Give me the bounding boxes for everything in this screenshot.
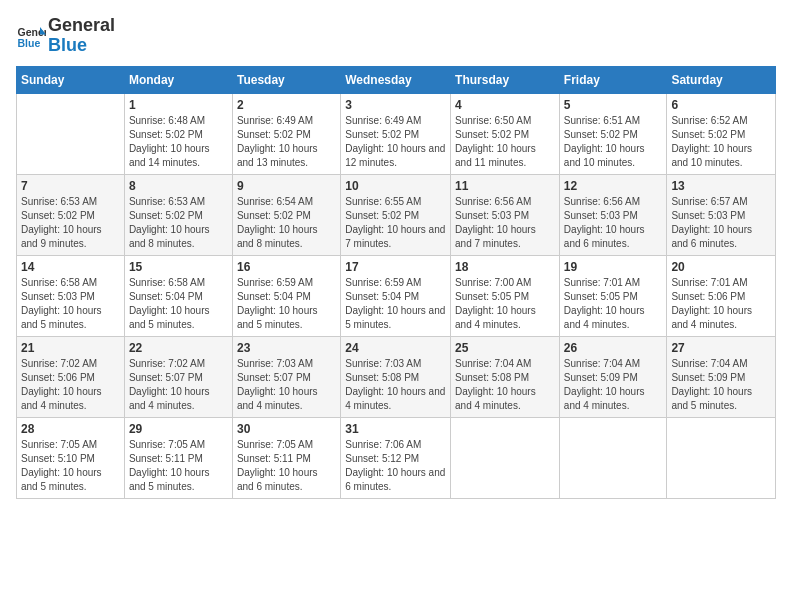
day-number: 30 xyxy=(237,422,336,436)
calendar-cell xyxy=(17,93,125,174)
cell-info: Sunrise: 7:04 AMSunset: 5:08 PMDaylight:… xyxy=(455,357,555,413)
calendar-cell xyxy=(451,417,560,498)
cell-info: Sunrise: 7:06 AMSunset: 5:12 PMDaylight:… xyxy=(345,438,446,494)
calendar-cell: 9Sunrise: 6:54 AMSunset: 5:02 PMDaylight… xyxy=(232,174,340,255)
col-friday: Friday xyxy=(559,66,667,93)
calendar-cell: 5Sunrise: 6:51 AMSunset: 5:02 PMDaylight… xyxy=(559,93,667,174)
calendar-table: Sunday Monday Tuesday Wednesday Thursday… xyxy=(16,66,776,499)
cell-info: Sunrise: 6:52 AMSunset: 5:02 PMDaylight:… xyxy=(671,114,771,170)
calendar-cell: 3Sunrise: 6:49 AMSunset: 5:02 PMDaylight… xyxy=(341,93,451,174)
calendar-cell: 20Sunrise: 7:01 AMSunset: 5:06 PMDayligh… xyxy=(667,255,776,336)
calendar-cell: 24Sunrise: 7:03 AMSunset: 5:08 PMDayligh… xyxy=(341,336,451,417)
day-number: 10 xyxy=(345,179,446,193)
calendar-cell: 21Sunrise: 7:02 AMSunset: 5:06 PMDayligh… xyxy=(17,336,125,417)
cell-info: Sunrise: 6:57 AMSunset: 5:03 PMDaylight:… xyxy=(671,195,771,251)
cell-info: Sunrise: 6:50 AMSunset: 5:02 PMDaylight:… xyxy=(455,114,555,170)
cell-info: Sunrise: 6:54 AMSunset: 5:02 PMDaylight:… xyxy=(237,195,336,251)
calendar-cell: 30Sunrise: 7:05 AMSunset: 5:11 PMDayligh… xyxy=(232,417,340,498)
day-number: 7 xyxy=(21,179,120,193)
day-number: 18 xyxy=(455,260,555,274)
calendar-week-2: 7Sunrise: 6:53 AMSunset: 5:02 PMDaylight… xyxy=(17,174,776,255)
day-number: 8 xyxy=(129,179,228,193)
cell-info: Sunrise: 7:05 AMSunset: 5:10 PMDaylight:… xyxy=(21,438,120,494)
cell-info: Sunrise: 7:02 AMSunset: 5:06 PMDaylight:… xyxy=(21,357,120,413)
day-number: 16 xyxy=(237,260,336,274)
day-number: 24 xyxy=(345,341,446,355)
day-number: 29 xyxy=(129,422,228,436)
cell-info: Sunrise: 7:04 AMSunset: 5:09 PMDaylight:… xyxy=(671,357,771,413)
calendar-cell: 23Sunrise: 7:03 AMSunset: 5:07 PMDayligh… xyxy=(232,336,340,417)
cell-info: Sunrise: 6:53 AMSunset: 5:02 PMDaylight:… xyxy=(21,195,120,251)
cell-info: Sunrise: 7:03 AMSunset: 5:08 PMDaylight:… xyxy=(345,357,446,413)
day-number: 27 xyxy=(671,341,771,355)
day-number: 2 xyxy=(237,98,336,112)
calendar-cell: 19Sunrise: 7:01 AMSunset: 5:05 PMDayligh… xyxy=(559,255,667,336)
calendar-cell: 28Sunrise: 7:05 AMSunset: 5:10 PMDayligh… xyxy=(17,417,125,498)
day-number: 9 xyxy=(237,179,336,193)
cell-info: Sunrise: 6:58 AMSunset: 5:03 PMDaylight:… xyxy=(21,276,120,332)
header-row: Sunday Monday Tuesday Wednesday Thursday… xyxy=(17,66,776,93)
cell-info: Sunrise: 6:49 AMSunset: 5:02 PMDaylight:… xyxy=(237,114,336,170)
cell-info: Sunrise: 6:59 AMSunset: 5:04 PMDaylight:… xyxy=(237,276,336,332)
calendar-cell xyxy=(667,417,776,498)
day-number: 28 xyxy=(21,422,120,436)
calendar-cell: 18Sunrise: 7:00 AMSunset: 5:05 PMDayligh… xyxy=(451,255,560,336)
calendar-cell: 11Sunrise: 6:56 AMSunset: 5:03 PMDayligh… xyxy=(451,174,560,255)
cell-info: Sunrise: 6:55 AMSunset: 5:02 PMDaylight:… xyxy=(345,195,446,251)
calendar-cell: 6Sunrise: 6:52 AMSunset: 5:02 PMDaylight… xyxy=(667,93,776,174)
day-number: 4 xyxy=(455,98,555,112)
col-tuesday: Tuesday xyxy=(232,66,340,93)
cell-info: Sunrise: 6:58 AMSunset: 5:04 PMDaylight:… xyxy=(129,276,228,332)
cell-info: Sunrise: 7:02 AMSunset: 5:07 PMDaylight:… xyxy=(129,357,228,413)
col-wednesday: Wednesday xyxy=(341,66,451,93)
cell-info: Sunrise: 7:03 AMSunset: 5:07 PMDaylight:… xyxy=(237,357,336,413)
header: General Blue General Blue xyxy=(16,16,776,56)
calendar-cell: 16Sunrise: 6:59 AMSunset: 5:04 PMDayligh… xyxy=(232,255,340,336)
day-number: 23 xyxy=(237,341,336,355)
day-number: 14 xyxy=(21,260,120,274)
calendar-cell: 15Sunrise: 6:58 AMSunset: 5:04 PMDayligh… xyxy=(124,255,232,336)
cell-info: Sunrise: 7:01 AMSunset: 5:05 PMDaylight:… xyxy=(564,276,663,332)
calendar-week-3: 14Sunrise: 6:58 AMSunset: 5:03 PMDayligh… xyxy=(17,255,776,336)
calendar-cell: 26Sunrise: 7:04 AMSunset: 5:09 PMDayligh… xyxy=(559,336,667,417)
cell-info: Sunrise: 6:53 AMSunset: 5:02 PMDaylight:… xyxy=(129,195,228,251)
cell-info: Sunrise: 6:48 AMSunset: 5:02 PMDaylight:… xyxy=(129,114,228,170)
cell-info: Sunrise: 7:04 AMSunset: 5:09 PMDaylight:… xyxy=(564,357,663,413)
day-number: 12 xyxy=(564,179,663,193)
calendar-cell: 1Sunrise: 6:48 AMSunset: 5:02 PMDaylight… xyxy=(124,93,232,174)
calendar-cell: 17Sunrise: 6:59 AMSunset: 5:04 PMDayligh… xyxy=(341,255,451,336)
cell-info: Sunrise: 6:51 AMSunset: 5:02 PMDaylight:… xyxy=(564,114,663,170)
col-sunday: Sunday xyxy=(17,66,125,93)
cell-info: Sunrise: 7:00 AMSunset: 5:05 PMDaylight:… xyxy=(455,276,555,332)
calendar-week-4: 21Sunrise: 7:02 AMSunset: 5:06 PMDayligh… xyxy=(17,336,776,417)
day-number: 3 xyxy=(345,98,446,112)
day-number: 19 xyxy=(564,260,663,274)
day-number: 11 xyxy=(455,179,555,193)
calendar-cell xyxy=(559,417,667,498)
calendar-cell: 31Sunrise: 7:06 AMSunset: 5:12 PMDayligh… xyxy=(341,417,451,498)
cell-info: Sunrise: 7:01 AMSunset: 5:06 PMDaylight:… xyxy=(671,276,771,332)
svg-text:Blue: Blue xyxy=(18,36,41,48)
calendar-cell: 2Sunrise: 6:49 AMSunset: 5:02 PMDaylight… xyxy=(232,93,340,174)
calendar-cell: 12Sunrise: 6:56 AMSunset: 5:03 PMDayligh… xyxy=(559,174,667,255)
calendar-cell: 29Sunrise: 7:05 AMSunset: 5:11 PMDayligh… xyxy=(124,417,232,498)
calendar-week-1: 1Sunrise: 6:48 AMSunset: 5:02 PMDaylight… xyxy=(17,93,776,174)
logo-text: General Blue xyxy=(48,16,115,56)
calendar-cell: 27Sunrise: 7:04 AMSunset: 5:09 PMDayligh… xyxy=(667,336,776,417)
logo-icon: General Blue xyxy=(16,21,46,51)
col-saturday: Saturday xyxy=(667,66,776,93)
calendar-cell: 14Sunrise: 6:58 AMSunset: 5:03 PMDayligh… xyxy=(17,255,125,336)
day-number: 6 xyxy=(671,98,771,112)
cell-info: Sunrise: 6:56 AMSunset: 5:03 PMDaylight:… xyxy=(455,195,555,251)
day-number: 31 xyxy=(345,422,446,436)
cell-info: Sunrise: 7:05 AMSunset: 5:11 PMDaylight:… xyxy=(237,438,336,494)
calendar-cell: 25Sunrise: 7:04 AMSunset: 5:08 PMDayligh… xyxy=(451,336,560,417)
cell-info: Sunrise: 6:56 AMSunset: 5:03 PMDaylight:… xyxy=(564,195,663,251)
cell-info: Sunrise: 7:05 AMSunset: 5:11 PMDaylight:… xyxy=(129,438,228,494)
day-number: 13 xyxy=(671,179,771,193)
day-number: 5 xyxy=(564,98,663,112)
calendar-cell: 22Sunrise: 7:02 AMSunset: 5:07 PMDayligh… xyxy=(124,336,232,417)
calendar-cell: 10Sunrise: 6:55 AMSunset: 5:02 PMDayligh… xyxy=(341,174,451,255)
calendar-cell: 4Sunrise: 6:50 AMSunset: 5:02 PMDaylight… xyxy=(451,93,560,174)
day-number: 20 xyxy=(671,260,771,274)
